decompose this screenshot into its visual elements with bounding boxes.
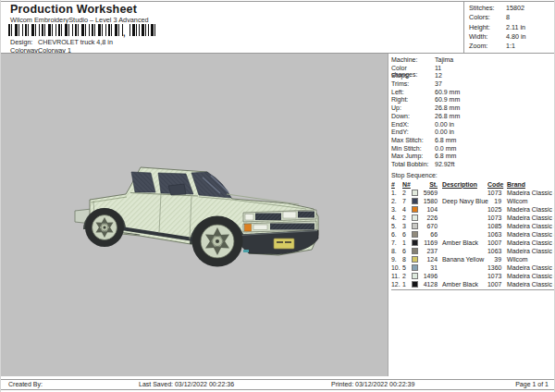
row-needle: 7 (402, 198, 412, 204)
row-code: 1073 (487, 273, 503, 279)
row-num: 12. (391, 281, 402, 288)
barcode-separator: , (123, 31, 126, 36)
stop-sequence-table: # N# St. Description Code Brand 1.259691… (391, 180, 555, 290)
thread-swatch (412, 231, 418, 238)
width-label: Width: (469, 32, 506, 42)
created-by: Created By: (8, 381, 43, 387)
row-stitches: 4128 (422, 281, 439, 288)
row-needle: 2 (402, 190, 412, 196)
thread-swatch (412, 190, 418, 196)
barcode-bars-group1 (8, 24, 123, 36)
design-name: CHEVROLET truck 4,8 in (38, 38, 113, 46)
col-description: Description (439, 181, 487, 188)
row-stitches: 670 (422, 223, 439, 229)
table-row: 10.5311360Madeira Classic 40 (391, 263, 555, 272)
thread-swatch (412, 214, 418, 221)
endx-value: 0.00 in (435, 121, 555, 129)
row-code: 19 (487, 198, 503, 204)
row-needle: 6 (402, 231, 412, 238)
col-brand: Brand (503, 181, 555, 188)
thread-swatch (412, 248, 418, 254)
row-brand: Madeira Classic 40 (503, 264, 555, 271)
design-barcode: , (8, 24, 157, 36)
stop-sequence-title: Stop Sequence: (391, 172, 555, 180)
row-stitches: 104 (422, 206, 439, 213)
row-code: 1007 (487, 281, 503, 288)
row-needle: 1 (402, 239, 412, 246)
left-value: 60.9 mm (435, 89, 555, 97)
row-num: 4. (391, 214, 402, 221)
table-row: 6.6661063Madeira Classic 40 (391, 230, 555, 239)
row-num: 7. (391, 239, 402, 246)
row-description: Banana Yellow (439, 256, 487, 263)
row-brand: Madeira Classic 40 (503, 281, 555, 288)
row-brand: Madeira Classic 40 (503, 248, 555, 254)
thread-swatch (412, 273, 418, 279)
col-needle: N# (402, 181, 412, 188)
max-stitch-value: 6.8 mm (435, 137, 555, 145)
row-num: 9. (391, 256, 402, 263)
last-saved: Last Saved: 03/12/2022 00:22:36 (139, 381, 234, 387)
row-needle: 3 (402, 223, 412, 229)
headlight-left (245, 214, 253, 221)
total-bobbin-value: 92.92ft (435, 161, 555, 169)
height-value: 2.11 in (506, 23, 555, 32)
left-label: Left: (391, 89, 435, 97)
row-brand: Madeira Classic 40 (503, 190, 555, 196)
row-code: 1073 (487, 214, 503, 221)
row-num: 11. (391, 273, 402, 279)
thread-swatch (412, 256, 418, 263)
thread-swatch (412, 223, 418, 229)
row-needle: 6 (402, 248, 412, 254)
row-brand: Madeira Classic 40 (503, 206, 555, 213)
up-label: Up: (391, 104, 435, 113)
license-plate (274, 239, 294, 249)
max-jump-label: Max Jump: (391, 153, 435, 161)
row-stitches: 1580 (422, 198, 439, 204)
row-brand: Madeira Classic 40 (503, 273, 555, 279)
production-worksheet-page: Production Worksheet Wilcom EmbroiderySt… (0, 0, 555, 392)
endx-label: EndX: (391, 121, 435, 129)
row-needle: 2 (402, 214, 412, 221)
machine-info-panel: Machine:Tajima Color changes:11 Stops:12… (389, 54, 555, 380)
max-stitch-label: Max Stitch: (391, 137, 435, 145)
thread-swatch (412, 264, 418, 271)
right-label: Right: (391, 96, 435, 104)
footer-top-rule (1, 379, 555, 380)
design-row: Design: CHEVROLET truck 4,8 in (10, 38, 113, 46)
row-needle: 8 (402, 256, 412, 263)
row-num: 2. (391, 198, 402, 204)
row-stitches: 31 (422, 264, 439, 271)
page-number: Page 1 of 1 (515, 381, 549, 387)
row-description: Amber Black (439, 239, 487, 246)
row-stitches: 237 (422, 248, 439, 254)
plate-text-mark (277, 241, 283, 243)
row-num: 6. (391, 231, 402, 238)
row-num: 5. (391, 223, 402, 229)
row-brand: Wilcom (503, 198, 555, 204)
table-row: 8.62371063Madeira Classic 40 (391, 247, 555, 255)
row-needle: 5 (402, 264, 412, 271)
app-subtitle: Wilcom EmbroideryStudio – Level 3 Advanc… (10, 16, 149, 24)
row-code: 1063 (487, 248, 503, 254)
turn-signal (245, 225, 252, 232)
truck-design (1, 54, 388, 376)
row-stitches: 226 (422, 214, 439, 221)
row-brand: Wilcom (503, 256, 555, 263)
design-preview-canvas (1, 54, 388, 376)
row-needle: 2 (402, 273, 412, 279)
plate-text-mark2 (285, 241, 291, 243)
reflector (253, 225, 267, 230)
table-row: 4.22261073Madeira Classic 40 (391, 214, 555, 222)
stitches-label: Stitches: (469, 4, 506, 13)
colors-value: 8 (506, 13, 555, 22)
row-stitches: 66 (422, 231, 439, 238)
grille-upper (255, 214, 281, 221)
thread-swatch (412, 239, 418, 246)
page-title: Production Worksheet (10, 3, 137, 16)
down-value: 26.8 mm (435, 113, 555, 121)
row-brand: Madeira Classic 40 (503, 231, 555, 238)
col-stitches: St. (422, 181, 439, 188)
table-row: 12.14128Amber Black1007Madeira Classic 4… (391, 280, 555, 288)
stops-value: 12 (435, 72, 555, 80)
